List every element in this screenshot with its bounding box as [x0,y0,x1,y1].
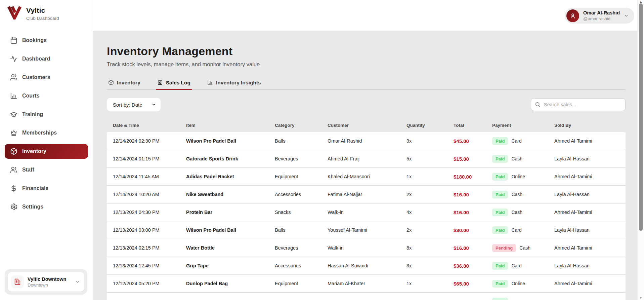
table-row: 12/12/2024 05:20 PM Dunlop Padel Bag Equ… [107,275,626,293]
location-sublabel: Downtown [28,283,75,288]
scroll-down-arrow-icon[interactable]: ▼ [638,297,644,300]
window-scrollbar[interactable]: ▲ ▼ [637,0,644,300]
cell-total: $65.00 [454,281,492,287]
cell-total: $16.00 [454,245,492,251]
cell-category: Accessories [275,263,328,268]
cell-customer: Ahmed Al-Fraij [328,156,406,161]
sidebar-item-label: Training [22,111,43,117]
tab-inventory-insights[interactable]: Inventory Insights [206,76,262,90]
cell-quantity: 2x [406,192,454,197]
graduation-cap-icon [10,111,17,118]
sidebar-item-training[interactable]: Training [5,107,88,122]
sidebar-item-inventory[interactable]: Inventory [5,144,88,159]
cell-payment: Paid Card [492,137,554,145]
cell-sold-by: Layla Al-Hassan [554,263,626,268]
payment-method-label: Card [511,138,521,144]
column-header: Payment [492,123,554,128]
cell-payment: Paid Cash [492,155,554,163]
user-menu-button[interactable]: Omar Al-Rashid @omar.rashid [565,8,634,24]
calendar-icon [10,37,17,44]
cell-item: Adidas Padel Racket [186,174,275,179]
cell-payment: Paid Online [492,280,554,288]
cell-payment: Paid Cash [492,191,554,198]
sidebar-item-dashboard[interactable]: Dashboard [5,51,88,66]
payment-method-label: Cash [511,210,522,215]
sort-select[interactable]: Sort by: Date [107,98,161,111]
topbar: Omar Al-Rashid @omar.rashid [93,0,637,31]
cell-item: Water Bottle [186,245,275,251]
cell-quantity: 1x [406,174,454,179]
column-header: Item [186,123,275,128]
sidebar-item-label: Memberships [22,130,57,136]
table-row: Paid [107,293,626,300]
cell-datetime: 12/13/2024 03:00 PM [107,227,186,233]
tab-inventory[interactable]: Inventory [107,76,142,90]
payment-method-label: Cash [519,245,530,251]
payment-status-badge: Paid [492,191,508,198]
payment-status-badge: Paid [492,280,508,288]
cell-payment: Paid Cash [492,209,554,216]
table-row: 12/14/2024 01:15 PM Gatorade Sports Drin… [107,150,626,168]
user-name: Omar Al-Rashid [583,10,620,15]
cell-sold-by: Ahmed Al-Tamimi [554,245,626,251]
sidebar-item-courts[interactable]: Courts [5,88,88,103]
sidebar-item-customers[interactable]: Customers [5,70,88,85]
page-title: Inventory Management [107,45,626,58]
dollar-icon [10,185,17,192]
brand-tagline: Club Dashboard [26,16,59,21]
cell-payment: Paid Card [492,226,554,234]
column-header: Category [275,123,328,128]
table-row: 12/13/2024 04:30 PM Protein Bar Snacks W… [107,203,626,221]
cell-category: Accessories [275,192,328,197]
scroll-up-arrow-icon[interactable]: ▲ [638,0,644,3]
cell-sold-by: Layla Al-Hassan [554,192,626,197]
tab-label: Sales Log [166,80,190,86]
location-switcher-button[interactable]: Vyltic Downtown Downtown [8,272,84,292]
table-body: 12/14/2024 02:30 PM Wilson Pro Padel Bal… [107,132,626,300]
cell-customer: Khaled Al-Mansoori [328,174,406,179]
sidebar-item-staff[interactable]: Staff [5,162,88,177]
bar-chart-icon [10,92,17,100]
cell-datetime: 12/13/2024 04:30 PM [107,210,186,215]
search-input[interactable] [531,98,626,111]
cell-customer: Youssef Al-Tamimi [328,227,406,233]
scrollbar-thumb[interactable] [639,3,643,231]
cell-category: Balls [275,138,328,144]
cell-datetime: 12/13/2024 02:15 PM [107,245,186,251]
table-header-row: Date & Time Item Category Customer Quant… [107,119,626,132]
cell-payment: Paid Card [492,262,554,270]
table-row: 12/14/2024 10:20 AM Nike Sweatband Acces… [107,186,626,203]
cell-item: Dunlop Padel Bag [186,281,275,286]
payment-status-badge: Paid [492,226,508,234]
sidebar-item-label: Customers [22,74,50,80]
sidebar-item-memberships[interactable]: Memberships [5,125,88,140]
cell-customer: Hassan Al-Suwaidi [328,263,406,268]
sidebar-item-label: Courts [22,93,40,99]
table-row: 12/14/2024 02:30 PM Wilson Pro Padel Bal… [107,132,626,150]
cell-quantity: 3x [406,138,454,144]
sidebar-item-settings[interactable]: Settings [5,199,88,214]
users-icon [10,74,17,81]
tab-sales-log[interactable]: Sales Log [156,76,192,90]
cell-datetime: 12/12/2024 05:20 PM [107,281,186,286]
cell-sold-by: Layla Al-Hassan [554,227,626,233]
user-icon [569,12,576,19]
cell-total: $15.00 [454,156,492,162]
brand-name: Vyltic [26,6,59,14]
cell-item: Protein Bar [186,210,275,215]
tab-label: Inventory Insights [216,80,261,86]
payment-status-badge: Pending [492,244,516,252]
cell-payment: Paid Online [492,173,554,181]
tab-bar: Inventory Sales Log Inventory Insights [107,76,626,90]
sidebar-item-financials[interactable]: Financials [5,181,88,196]
activity-icon [10,55,17,63]
cell-total: $180.00 [454,174,492,180]
cell-payment: Paid [492,298,554,300]
cell-item: Wilson Pro Padel Ball [186,227,275,233]
cell-customer: Fatima Al-Najjar [328,192,406,197]
cell-total: $16.00 [454,210,492,215]
gear-icon [10,203,17,211]
sidebar-item-bookings[interactable]: Bookings [5,33,88,48]
table-row: 12/13/2024 12:45 PM Grip Tape Accessorie… [107,257,626,275]
cell-item: Nike Sweatband [186,192,275,197]
